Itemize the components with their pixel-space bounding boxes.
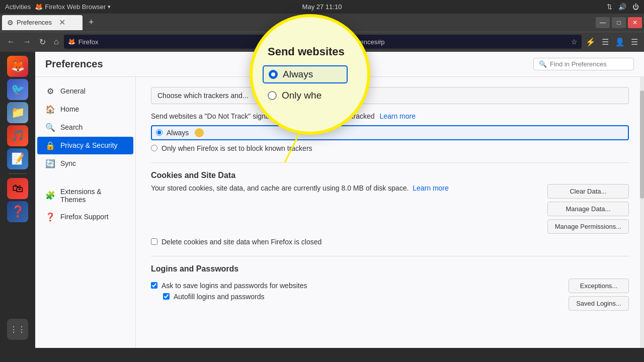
autofill-checkbox[interactable] (163, 293, 170, 300)
home-button[interactable]: ⌂ (51, 35, 62, 48)
autofill-row[interactable]: Autofill logins and passwords (163, 293, 560, 301)
exceptions-button[interactable]: Exceptions... (569, 279, 629, 293)
delete-cookies-row[interactable]: Delete cookies and site data when Firefo… (151, 238, 629, 246)
saved-logins-button[interactable]: Saved Logins... (569, 296, 629, 311)
search-icon: 🔍 (539, 60, 547, 68)
cookies-desc: Your stored cookies, site data, and cach… (151, 184, 539, 192)
maximize-button[interactable]: □ (612, 17, 626, 28)
dock-firefox[interactable]: 🦊 (7, 56, 28, 77)
sidebar-item-search-label: Search (60, 123, 83, 131)
manage-permissions-button[interactable]: Manage Permissions... (547, 219, 629, 234)
datetime: May 27 11:10 (302, 3, 342, 11)
sidebar-item-general[interactable]: ⚙ General (37, 82, 133, 100)
gear-icon: ⚙ (45, 86, 55, 96)
sidebar-item-support[interactable]: ❓ Firefox Support (37, 208, 133, 226)
menu-button[interactable]: ☰ (629, 35, 640, 49)
zoom-overlay: Send websites Always Only whe (250, 14, 370, 135)
new-tab-button[interactable]: + (85, 15, 98, 30)
sidebar-item-sync-label: Sync (60, 159, 76, 167)
sidebar-item-search[interactable]: 🔍 Search (37, 119, 133, 136)
zoom-only-when-label: Only whe (282, 90, 321, 101)
ask-save-checkbox[interactable] (151, 282, 157, 289)
zoom-always-label: Always (283, 69, 313, 80)
dock-separator (9, 173, 27, 174)
extensions-icon: 🧩 (45, 191, 55, 200)
radio-always-label: Always (167, 129, 189, 137)
extensions-button[interactable]: ⚡ (584, 35, 598, 49)
autofill-label: Autofill logins and passwords (174, 293, 265, 301)
radio-always-input[interactable] (156, 129, 163, 136)
delete-cookies-checkbox[interactable] (151, 238, 157, 245)
dock-help[interactable]: ❓ (7, 201, 28, 222)
sidebar-item-support-label: Firefox Support (60, 213, 109, 221)
app-indicator: 🦊 Firefox Web Browser ▾ (35, 3, 111, 11)
nav-extras: ⚡ ☰ 👤 ☰ (584, 35, 640, 49)
activities-button[interactable]: Activities (5, 3, 31, 11)
dock-appstore[interactable]: 🛍 (7, 178, 28, 199)
manage-data-button[interactable]: Manage Data... (547, 202, 629, 216)
help-icon: ❓ (45, 212, 55, 222)
find-in-prefs[interactable]: 🔍 (533, 58, 634, 70)
ask-save-row[interactable]: Ask to save logins and passwords for web… (151, 282, 560, 290)
dock-files[interactable]: 📁 (7, 102, 28, 123)
sidebar-item-privacy-label: Privacy & Security (60, 141, 118, 149)
account-button[interactable]: 👤 (613, 35, 627, 49)
lock-icon: 🔒 (45, 141, 55, 150)
cookies-learn-more-link[interactable]: Learn more (413, 184, 449, 192)
logins-section: Logins and Passwords Ask to save logins … (151, 264, 629, 311)
zoom-connector (280, 132, 340, 167)
find-input[interactable] (550, 60, 628, 68)
tab-icon: ⚙ (7, 19, 14, 27)
tab-close-button[interactable]: ✕ (59, 18, 65, 27)
firefox-icon-small: 🦊 (68, 38, 75, 45)
section-divider-1 (151, 162, 629, 163)
forward-button[interactable]: → (20, 35, 34, 48)
dnt-learn-more-link[interactable]: Learn more (379, 112, 416, 120)
close-button[interactable]: ✕ (628, 17, 642, 28)
zoom-only-when-radio (268, 91, 277, 100)
sidebar-item-extensions[interactable]: 🧩 Extensions & Themes (37, 184, 133, 208)
tab-preferences[interactable]: ⚙ Preferences ✕ (2, 15, 83, 30)
os-dock: 🦊 🐦 📁 🎵 📝 🛍 ❓ ⋮⋮ (0, 52, 35, 348)
svg-line-0 (285, 132, 300, 162)
zoom-always-radio (269, 70, 278, 79)
dock-writer[interactable]: 📝 (7, 148, 28, 169)
radio-only-when-input[interactable] (151, 145, 157, 151)
clear-data-button[interactable]: Clear Data... (547, 184, 629, 199)
choose-trackers-button[interactable]: Choose which trackers and... (151, 87, 629, 104)
scrollbar-track[interactable] (640, 77, 644, 348)
radio-only-when-option[interactable]: Only when Firefox is set to block known … (151, 144, 629, 152)
radio-always-option[interactable]: Always (151, 125, 629, 140)
home-icon: 🏠 (45, 105, 55, 114)
power-icon: ⏻ (632, 3, 639, 11)
zoom-title: Send websites (268, 45, 345, 58)
cookies-section: Cookies and Site Data Your stored cookie… (151, 171, 629, 246)
dock-grid[interactable]: ⋮⋮ (7, 319, 28, 340)
sidebar-item-privacy[interactable]: 🔒 Privacy & Security (37, 137, 133, 154)
sidebar-item-home-label: Home (60, 105, 79, 113)
scrollbar-thumb[interactable] (640, 90, 644, 199)
os-topbar: Activities 🦊 Firefox Web Browser ▾ May 2… (0, 0, 644, 14)
sidebar-toggle[interactable]: ☰ (600, 35, 611, 49)
dock-thunderbird[interactable]: 🐦 (7, 79, 28, 100)
prefs-nav: ⚙ General 🏠 Home 🔍 Search 🔒 (35, 77, 136, 348)
dock-rhythmbox[interactable]: 🎵 (7, 125, 28, 146)
delete-cookies-label: Delete cookies and site data when Firefo… (162, 238, 321, 246)
search-nav-icon: 🔍 (45, 123, 55, 132)
sidebar-item-sync[interactable]: 🔄 Sync (37, 155, 133, 172)
bookmark-star[interactable]: ☆ (571, 38, 578, 46)
dnt-section: Send websites a "Do Not Track" signal th… (151, 112, 629, 152)
volume-icon: 🔊 (618, 3, 626, 11)
minimize-button[interactable]: — (596, 17, 610, 28)
logins-section-title: Logins and Passwords (151, 264, 629, 274)
dnt-radio-group: Always Only when Firefox is set to block… (151, 125, 629, 152)
reload-button[interactable]: ↻ (36, 35, 49, 49)
section-divider-2 (151, 256, 629, 256)
zoom-always-option: Always (263, 65, 348, 83)
network-icon: ⇅ (607, 3, 612, 11)
window-controls: — □ ✕ (596, 17, 642, 28)
back-button[interactable]: ← (4, 35, 18, 48)
sidebar-item-extensions-label: Extensions & Themes (60, 188, 125, 204)
sidebar-item-home[interactable]: 🏠 Home (37, 101, 133, 118)
sync-icon: 🔄 (45, 159, 55, 168)
